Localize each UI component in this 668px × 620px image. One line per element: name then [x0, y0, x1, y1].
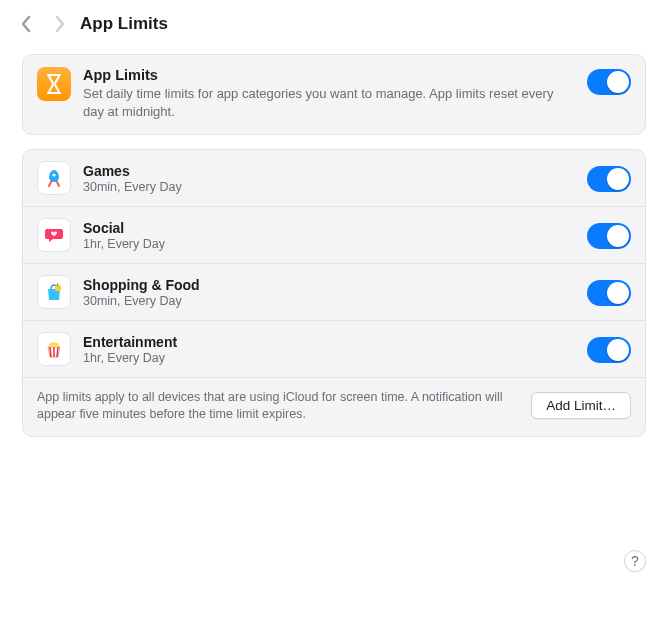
category-limit: 30min, Every Day — [83, 294, 575, 308]
category-toggle-games[interactable] — [587, 166, 631, 192]
header: App Limits — [0, 0, 668, 44]
category-toggle-social[interactable] — [587, 223, 631, 249]
category-limit: 1hr, Every Day — [83, 351, 575, 365]
category-title: Shopping & Food — [83, 277, 575, 293]
category-row-shopping-food[interactable]: Shopping & Food 30min, Every Day — [23, 264, 645, 321]
svg-point-1 — [55, 285, 61, 291]
add-limit-button[interactable]: Add Limit… — [531, 392, 631, 419]
app-limits-master-toggle[interactable] — [587, 69, 631, 95]
category-toggle-shopping[interactable] — [587, 280, 631, 306]
hourglass-icon — [37, 67, 71, 101]
popcorn-icon — [37, 332, 71, 366]
category-title: Entertainment — [83, 334, 575, 350]
app-limits-hero-row: App Limits Set daily time limits for app… — [22, 54, 646, 135]
hero-title: App Limits — [83, 67, 575, 83]
category-limit: 30min, Every Day — [83, 180, 575, 194]
list-footer: App limits apply to all devices that are… — [23, 378, 645, 436]
hero-description: Set daily time limits for app categories… — [83, 85, 575, 120]
category-toggle-entertainment[interactable] — [587, 337, 631, 363]
chat-heart-icon — [37, 218, 71, 252]
page-title: App Limits — [80, 14, 168, 34]
svg-point-4 — [55, 343, 59, 347]
category-limit: 1hr, Every Day — [83, 237, 575, 251]
help-button[interactable]: ? — [624, 550, 646, 572]
svg-point-0 — [52, 173, 55, 176]
shopping-bag-icon — [37, 275, 71, 309]
category-row-games[interactable]: Games 30min, Every Day — [23, 150, 645, 207]
forward-button[interactable] — [54, 15, 66, 33]
category-title: Games — [83, 163, 575, 179]
categories-list: Games 30min, Every Day Social 1hr, Every… — [22, 149, 646, 437]
back-button[interactable] — [20, 15, 32, 33]
footer-note: App limits apply to all devices that are… — [37, 389, 517, 423]
chevron-right-icon — [54, 15, 66, 33]
rocket-icon — [37, 161, 71, 195]
category-row-entertainment[interactable]: Entertainment 1hr, Every Day — [23, 321, 645, 378]
chevron-left-icon — [20, 15, 32, 33]
category-row-social[interactable]: Social 1hr, Every Day — [23, 207, 645, 264]
nav-arrows — [20, 15, 66, 33]
category-title: Social — [83, 220, 575, 236]
